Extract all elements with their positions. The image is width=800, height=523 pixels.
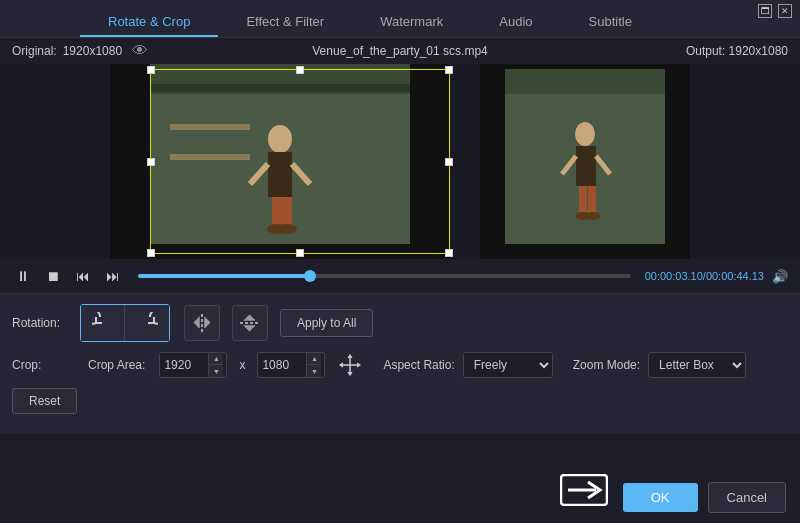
svg-rect-20 xyxy=(588,186,596,214)
crop-width-up[interactable]: ▲ xyxy=(209,353,223,365)
playback-controls: ⏸ ⏹ ⏮ ⏭ 00:00:03.10/00:00:44.13 🔊 xyxy=(0,259,800,293)
crop-row: Crop: Crop Area: ▲ ▼ x ▲ ▼ xyxy=(12,352,788,378)
svg-rect-18 xyxy=(576,146,596,186)
crop-width-input[interactable] xyxy=(160,356,208,374)
flip-h-icon xyxy=(192,314,212,332)
stop-button[interactable]: ⏹ xyxy=(42,265,64,287)
crop-width-down[interactable]: ▼ xyxy=(209,365,223,377)
action-bar: OK Cancel xyxy=(0,472,800,523)
tab-effect-filter[interactable]: Effect & Filter xyxy=(218,8,352,37)
move-arrows-icon xyxy=(339,354,361,376)
video-content-left xyxy=(110,64,450,259)
flip-horizontal-button[interactable] xyxy=(184,305,220,341)
crop-label: Crop: xyxy=(12,358,72,372)
prev-frame-button[interactable]: ⏮ xyxy=(72,265,94,287)
crop-height-input-wrapper: ▲ ▼ xyxy=(257,352,325,378)
crop-height-down[interactable]: ▼ xyxy=(307,365,321,377)
arrow-icon-wrapper xyxy=(560,474,608,509)
controls-panel: Rotation: xyxy=(0,293,800,434)
svg-rect-7 xyxy=(268,152,292,197)
original-label: Original: 1920x1080 👁 xyxy=(12,42,148,60)
svg-rect-4 xyxy=(170,154,250,160)
output-label: Output: 1920x1080 xyxy=(686,44,788,58)
tab-rotate-crop[interactable]: Rotate & Crop xyxy=(80,8,218,37)
rotate-cw-button[interactable] xyxy=(125,305,169,341)
crop-height-up[interactable]: ▲ xyxy=(307,353,321,365)
video-content-right xyxy=(480,64,690,259)
close-button[interactable]: ✕ xyxy=(778,4,792,18)
svg-point-11 xyxy=(277,224,297,234)
svg-point-6 xyxy=(268,125,292,153)
crop-area-label: Crop Area: xyxy=(88,358,145,372)
time-display: 00:00:03.10/00:00:44.13 xyxy=(645,270,764,282)
progress-fill xyxy=(138,274,310,278)
flip-v-icon xyxy=(240,314,260,332)
aspect-ratio-label: Aspect Ratio: xyxy=(383,358,454,372)
zoom-mode-label: Zoom Mode: xyxy=(573,358,640,372)
crop-width-spinners: ▲ ▼ xyxy=(208,353,223,377)
svg-point-22 xyxy=(585,212,601,220)
zoom-mode-dropdown[interactable]: Letter Box Pan & Scan Full xyxy=(648,352,746,378)
eye-icon[interactable]: 👁 xyxy=(132,42,148,60)
svg-rect-8 xyxy=(272,197,282,227)
svg-rect-9 xyxy=(282,197,292,227)
rotation-buttons xyxy=(80,304,170,342)
preview-area xyxy=(0,64,800,259)
next-frame-button[interactable]: ⏭ xyxy=(102,265,124,287)
tab-subtitle[interactable]: Subtitle xyxy=(561,8,660,37)
svg-rect-5 xyxy=(170,124,250,130)
tab-audio[interactable]: Audio xyxy=(471,8,560,37)
flip-vertical-button[interactable] xyxy=(232,305,268,341)
crop-width-input-wrapper: ▲ ▼ xyxy=(159,352,227,378)
arrow-right-icon xyxy=(560,474,608,506)
svg-point-17 xyxy=(575,122,595,146)
svg-rect-16 xyxy=(505,69,665,94)
left-preview xyxy=(110,64,450,259)
right-preview xyxy=(480,64,690,259)
rotation-label: Rotation: xyxy=(12,316,72,330)
progress-thumb[interactable] xyxy=(304,270,316,282)
move-icon xyxy=(337,352,363,378)
progress-bar[interactable] xyxy=(138,274,631,278)
reset-button[interactable]: Reset xyxy=(12,388,77,414)
video-info-bar: Original: 1920x1080 👁 Venue_of_the_party… xyxy=(0,38,800,64)
ok-button[interactable]: OK xyxy=(623,483,698,512)
x-separator: x xyxy=(239,358,245,372)
tab-bar: Rotate & Crop Effect & Filter Watermark … xyxy=(0,0,800,38)
rotation-row: Rotation: xyxy=(12,304,788,342)
tab-watermark[interactable]: Watermark xyxy=(352,8,471,37)
cancel-button[interactable]: Cancel xyxy=(708,482,786,513)
apply-to-all-button[interactable]: Apply to All xyxy=(280,309,373,337)
play-button[interactable]: ⏸ xyxy=(12,265,34,287)
title-bar: 🗖 ✕ xyxy=(750,0,800,22)
volume-icon[interactable]: 🔊 xyxy=(772,269,788,284)
reset-row: Reset xyxy=(12,388,788,414)
crop-height-spinners: ▲ ▼ xyxy=(306,353,321,377)
minimize-button[interactable]: 🗖 xyxy=(758,4,772,18)
crop-height-input[interactable] xyxy=(258,356,306,374)
rotate-ccw-button[interactable] xyxy=(81,305,125,341)
svg-rect-19 xyxy=(579,186,587,214)
rotate-cw-icon xyxy=(136,312,158,334)
svg-rect-3 xyxy=(150,84,410,92)
aspect-ratio-dropdown[interactable]: Freely 16:9 4:3 1:1 xyxy=(463,352,553,378)
rotate-ccw-icon xyxy=(92,312,114,334)
filename-label: Venue_of_the_party_01 scs.mp4 xyxy=(312,44,487,58)
